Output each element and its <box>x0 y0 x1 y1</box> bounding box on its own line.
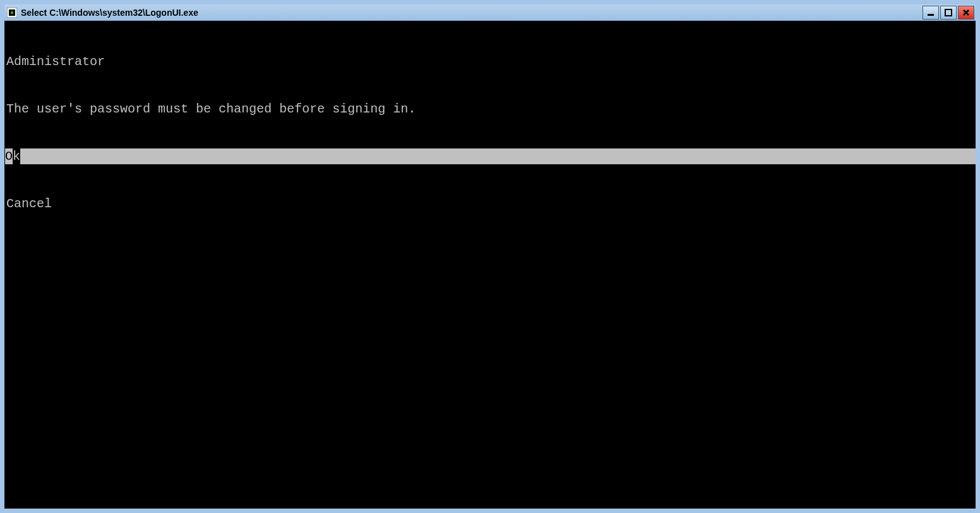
ok-option[interactable]: Ok <box>5 148 976 164</box>
svg-rect-4 <box>945 9 952 16</box>
window-title: Select C:\Windows\system32\LogonUI.exe <box>21 8 923 18</box>
app-icon <box>7 8 17 18</box>
window-frame: Select C:\Windows\system32\LogonUI.exe A <box>2 2 978 511</box>
svg-rect-2 <box>11 11 13 14</box>
maximize-button[interactable] <box>940 6 957 20</box>
close-button[interactable] <box>958 6 974 20</box>
svg-rect-3 <box>928 14 934 16</box>
window-controls <box>923 6 974 20</box>
cancel-option[interactable]: Cancel <box>5 196 976 212</box>
minimize-button[interactable] <box>923 6 939 20</box>
console-area[interactable]: Administrator The user's password must b… <box>4 21 976 509</box>
titlebar[interactable]: Select C:\Windows\system32\LogonUI.exe <box>4 4 976 21</box>
console-message-line: The user's password must be changed befo… <box>5 101 976 117</box>
console-user-line: Administrator <box>5 54 976 69</box>
